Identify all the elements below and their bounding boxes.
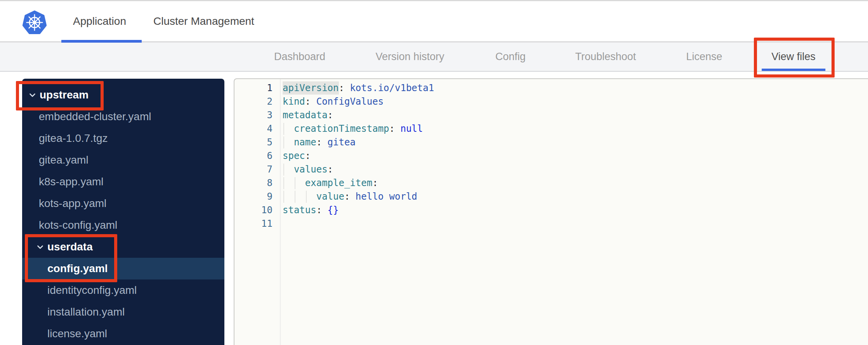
indent-guide	[283, 136, 284, 148]
code-line-5: name: gitea	[283, 136, 356, 149]
token-str: ConfigValues	[316, 96, 384, 107]
tree-item-label: gitea.yaml	[39, 154, 89, 166]
line-number: 9	[234, 190, 273, 204]
token-punc: :	[305, 96, 316, 107]
tab-label: Dashboard	[274, 51, 325, 62]
line-number: 3	[234, 109, 273, 122]
tab-config[interactable]: Config	[495, 42, 526, 71]
header-tab-application[interactable]: Application	[73, 1, 126, 41]
token-str: kots.io/v1beta1	[350, 83, 434, 93]
yaml-file-viewer[interactable]: 1234567891011 apiVersion: kots.io/v1beta…	[234, 78, 868, 345]
tree-file-k8s-app.yaml[interactable]: k8s-app.yaml	[22, 171, 224, 193]
tree-file-identityconfig.yaml[interactable]: identityconfig.yaml	[22, 279, 224, 301]
tab-dashboard[interactable]: Dashboard	[274, 42, 325, 71]
line-number: 1	[234, 81, 273, 95]
token-key: creationTimestamp	[294, 123, 389, 134]
tab-label: Version history	[375, 51, 444, 62]
token-punc: :	[316, 137, 328, 148]
tree-file-gitea-1.0.7.tgz[interactable]: gitea-1.0.7.tgz	[22, 128, 224, 149]
indent-guide	[283, 164, 284, 176]
tab-label: Troubleshoot	[575, 51, 636, 62]
kots-admin-console: ApplicationCluster Management DashboardV…	[0, 0, 868, 345]
tree-folder-userdata[interactable]: userdata	[22, 236, 224, 258]
app-subnav: DashboardVersion historyConfigTroublesho…	[0, 42, 868, 72]
token-str: gitea	[328, 137, 356, 148]
tree-file-gitea.yaml[interactable]: gitea.yaml	[22, 149, 224, 171]
line-number: 7	[234, 163, 273, 176]
token-punc: :	[372, 178, 378, 188]
app-header: ApplicationCluster Management	[0, 0, 868, 42]
tree-file-kots-config.yaml[interactable]: kots-config.yaml	[22, 214, 224, 236]
line-number: 5	[234, 136, 273, 149]
tab-view-files[interactable]: View files	[771, 42, 816, 71]
token-punc: :	[328, 164, 333, 175]
line-number: 2	[234, 95, 273, 109]
token-key: status	[283, 205, 316, 216]
indent-guide	[295, 177, 295, 189]
token-punc: :	[316, 205, 328, 216]
active-header-tab-underline	[61, 40, 142, 43]
file-tree-sidebar: upstreamembedded-cluster.yamlgitea-1.0.7…	[22, 79, 224, 345]
indent-guide	[283, 177, 284, 189]
tree-item-label: installation.yaml	[47, 306, 125, 318]
token-key: name	[294, 137, 316, 148]
code-line-2: kind: ConfigValues	[283, 95, 384, 109]
token-key: example_item	[305, 178, 372, 188]
tab-version-history[interactable]: Version history	[375, 42, 444, 71]
token-const: null	[400, 123, 423, 134]
token-key: apiVersion	[283, 83, 339, 93]
code-line-6: spec:	[283, 149, 311, 163]
tree-item-label: kots-config.yaml	[39, 219, 117, 231]
line-number: 11	[234, 217, 273, 231]
token-str: hello world	[356, 191, 417, 202]
tree-file-license.yaml[interactable]: license.yaml	[22, 323, 224, 345]
tree-item-label: identityconfig.yaml	[47, 284, 137, 297]
tab-troubleshoot[interactable]: Troubleshoot	[575, 42, 636, 71]
gutter-separator	[280, 79, 281, 345]
line-number: 4	[234, 122, 273, 136]
indent-guide	[283, 123, 284, 135]
tree-item-label: license.yaml	[47, 328, 107, 340]
indent-guide	[306, 191, 307, 203]
token-key: values	[294, 164, 328, 175]
code-line-7: values:	[283, 163, 333, 176]
code-line-9: value: hello world	[283, 190, 417, 204]
tree-file-kots-app.yaml[interactable]: kots-app.yaml	[22, 193, 224, 214]
header-tab-cluster-management[interactable]: Cluster Management	[153, 1, 254, 41]
line-number: 10	[234, 204, 273, 217]
tab-label: License	[686, 51, 722, 62]
code-line-10: status: {}	[283, 204, 339, 217]
tree-item-label: gitea-1.0.7.tgz	[39, 132, 108, 145]
tree-item-label: userdata	[47, 241, 93, 253]
token-key: metadata	[283, 110, 328, 121]
active-tab-underline	[762, 69, 825, 71]
tree-file-config.yaml[interactable]: config.yaml	[22, 258, 224, 279]
code-line-3: metadata:	[283, 109, 333, 122]
token-key: spec	[283, 150, 305, 161]
token-punc: :	[305, 150, 311, 161]
token-punc: :	[389, 123, 401, 134]
token-punc: :	[328, 110, 333, 121]
line-number: 6	[234, 149, 273, 163]
code-line-4: creationTimestamp: null	[283, 122, 423, 136]
tab-label: Config	[495, 51, 526, 62]
tree-item-label: upstream	[40, 89, 89, 101]
token-const: {}	[328, 205, 339, 216]
tree-file-embedded-cluster.yaml[interactable]: embedded-cluster.yaml	[22, 106, 224, 128]
tree-file-installation.yaml[interactable]: installation.yaml	[22, 301, 224, 323]
tree-item-label: embedded-cluster.yaml	[39, 110, 151, 123]
token-punc: :	[344, 191, 356, 202]
tab-license[interactable]: License	[686, 42, 722, 71]
tree-item-label: config.yaml	[47, 262, 108, 275]
tree-folder-upstream[interactable]: upstream	[22, 84, 224, 106]
line-number: 8	[234, 176, 273, 190]
chevron-down-icon	[37, 245, 43, 249]
kubernetes-logo-icon	[23, 10, 47, 34]
code-line-1: apiVersion: kots.io/v1beta1	[283, 81, 434, 95]
tab-label: View files	[771, 51, 816, 62]
token-key: kind	[283, 96, 305, 107]
tree-item-label: k8s-app.yaml	[39, 176, 104, 188]
token-key: value	[316, 191, 344, 202]
indent-guide	[295, 191, 295, 203]
chevron-down-icon	[29, 93, 36, 97]
